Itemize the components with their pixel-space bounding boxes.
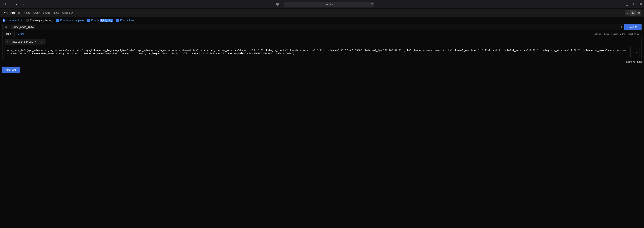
execute-button[interactable]: Execute bbox=[624, 24, 642, 30]
add-panel-button[interactable]: Add Panel bbox=[2, 67, 20, 73]
nav-alerts[interactable]: Alerts bbox=[24, 12, 30, 14]
svg-rect-0 bbox=[3, 3, 6, 5]
checkbox-use-local-time[interactable]: Use local time bbox=[3, 19, 22, 22]
result-series: kube_node_info{app_kubernetes_io_instanc… bbox=[5, 47, 630, 57]
url-bar[interactable]: localhost bbox=[284, 2, 374, 6]
panel-body: 2021-11-25 22:01:21 ✕ kube_node_info{app… bbox=[2, 37, 642, 59]
theme-auto-button[interactable] bbox=[636, 10, 641, 16]
nav-back-icon[interactable] bbox=[15, 2, 18, 6]
remove-panel-button[interactable]: Remove Panel bbox=[626, 60, 642, 63]
checkbox-label: Enable query history bbox=[30, 19, 53, 22]
chevron-down-icon[interactable] bbox=[7, 2, 9, 6]
checkbox-label: Enable highlighting bbox=[91, 19, 112, 22]
tabs-row: Table Graph Load time: 30ms Resolution: … bbox=[0, 31, 644, 37]
svg-rect-6 bbox=[640, 3, 642, 4]
globe-button[interactable] bbox=[618, 24, 624, 30]
tab-table[interactable]: Table bbox=[2, 31, 15, 37]
stat-resolution: Resolution: 14s bbox=[611, 33, 625, 35]
checkbox-input[interactable] bbox=[26, 19, 28, 22]
time-picker: 2021-11-25 22:01:21 ✕ bbox=[4, 39, 45, 44]
svg-line-15 bbox=[628, 14, 628, 14]
result-value: 1 bbox=[630, 47, 639, 57]
checkbox-linter[interactable]: Enable linter bbox=[116, 19, 134, 22]
query-row: kube_node_info Execute bbox=[2, 24, 642, 30]
time-next-button[interactable] bbox=[39, 39, 44, 44]
checkbox-input[interactable] bbox=[116, 19, 119, 22]
time-clear-icon[interactable]: ✕ bbox=[35, 40, 37, 43]
url-text: localhost bbox=[324, 3, 333, 6]
nav-status[interactable]: Status bbox=[43, 12, 51, 14]
checkbox-input[interactable] bbox=[3, 19, 5, 22]
query-input[interactable] bbox=[9, 24, 618, 30]
svg-point-19 bbox=[5, 26, 6, 28]
stat-load-time: Load time: 30ms bbox=[594, 33, 609, 35]
options-bar: Use local time Enable query history Enab… bbox=[0, 17, 644, 24]
theme-dark-button[interactable] bbox=[630, 10, 636, 16]
sidebar-toggle-icon[interactable] bbox=[2, 2, 6, 6]
metrics-explorer-button[interactable] bbox=[2, 24, 9, 30]
svg-line-20 bbox=[6, 28, 7, 28]
svg-rect-5 bbox=[639, 3, 640, 4]
theme-light-button[interactable] bbox=[625, 10, 630, 16]
checkbox-highlighting[interactable]: Enable highlighting bbox=[87, 19, 112, 22]
result-row: kube_node_info{app_kubernetes_io_instanc… bbox=[4, 47, 640, 57]
theme-toggle-group bbox=[625, 10, 641, 16]
nav-graph[interactable]: Graph bbox=[33, 12, 40, 14]
svg-line-17 bbox=[628, 12, 628, 12]
nav-forward-icon[interactable] bbox=[21, 2, 25, 6]
stat-result-series: Result series: 1 bbox=[628, 33, 642, 35]
checkbox-autocomplete[interactable]: Enable autocomplete bbox=[56, 19, 84, 22]
time-field[interactable]: 2021-11-25 22:01:21 ✕ bbox=[10, 39, 39, 44]
svg-line-16 bbox=[627, 14, 627, 14]
tab-graph[interactable]: Graph bbox=[15, 31, 28, 37]
checkbox-label: Use local time bbox=[7, 19, 22, 22]
share-icon[interactable] bbox=[626, 3, 628, 6]
svg-rect-8 bbox=[640, 4, 642, 5]
new-tab-icon[interactable] bbox=[632, 3, 635, 6]
browser-chrome: localhost bbox=[0, 0, 644, 8]
app-navbar: Prometheus Alerts Graph Status Help Clas… bbox=[0, 8, 644, 17]
query-stats: Load time: 30ms Resolution: 14s Result s… bbox=[594, 33, 642, 35]
nav-classic-ui[interactable]: Classic UI bbox=[62, 12, 74, 14]
svg-point-9 bbox=[627, 12, 628, 14]
svg-rect-7 bbox=[639, 4, 640, 5]
checkbox-input[interactable] bbox=[87, 19, 90, 22]
time-value: 2021-11-25 22:01:21 bbox=[12, 40, 33, 43]
tabs-overview-icon[interactable] bbox=[639, 3, 642, 6]
nav-help[interactable]: Help bbox=[54, 12, 60, 14]
privacy-shield-icon[interactable] bbox=[276, 3, 279, 6]
time-prev-button[interactable] bbox=[5, 39, 10, 44]
svg-line-14 bbox=[627, 12, 627, 12]
checkbox-query-history[interactable]: Enable query history bbox=[26, 19, 53, 22]
checkbox-label: Enable autocomplete bbox=[60, 19, 84, 22]
checkbox-input[interactable] bbox=[56, 19, 59, 22]
brand[interactable]: Prometheus bbox=[3, 11, 20, 15]
checkbox-label: Enable linter bbox=[120, 19, 134, 22]
reload-icon[interactable] bbox=[370, 3, 373, 6]
